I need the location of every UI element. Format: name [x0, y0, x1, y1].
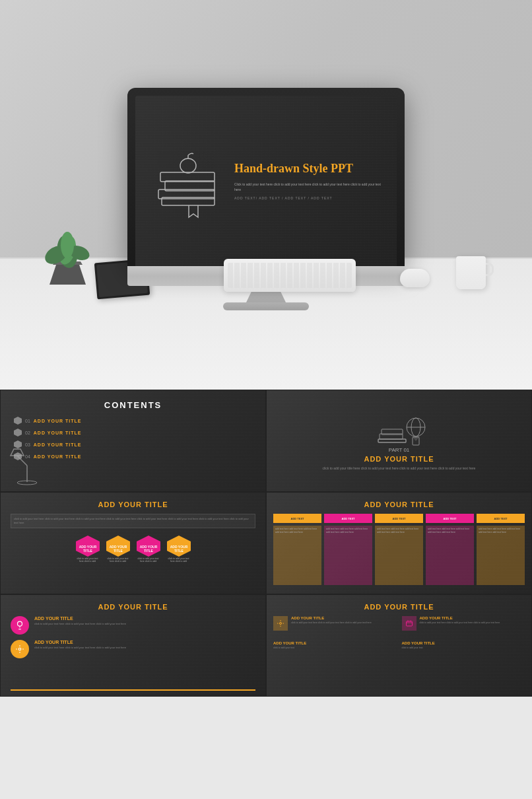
part-icon [376, 411, 422, 444]
icon-title-1: ADD YOUR TITLE [34, 616, 255, 621]
hex-body-text: click to add your text here click to add… [11, 514, 255, 528]
imac-screen-border: Hand-drawn Style PPT Click to add your t… [127, 88, 405, 266]
slide-subtitle: Click to add your text here click to add… [234, 182, 383, 192]
part-desc: click to add your title here click to ad… [323, 466, 476, 471]
contents-item-4: 04 ADD YOUR TITLE [14, 452, 252, 460]
hex-item-4: ADD YOUR TITLE click to add your text he… [166, 535, 191, 563]
icon-title-2: ADD YOUR TITLE [34, 640, 255, 644]
slide-thumb-icons-right: ADD YOUR TITLE ADD YOUR TITLE click to a… [266, 594, 532, 697]
grid-item-title-3: ADD YOUR TITLE [273, 641, 306, 645]
imac-stand-base [223, 302, 309, 310]
slide-add-text: ADD TEXT/ ADD TEXT / ADD TEXT / ADD TEXT [234, 196, 383, 200]
col-header-5: ADD TEXT [477, 514, 525, 523]
hex-item-1: ADD YOUR TITLE click to add your text he… [75, 535, 100, 563]
hex-sublabel-1: click to add your text here click to add [75, 557, 100, 563]
grid-item-2: ADD YOUR TITLE click to add your text he… [402, 616, 525, 631]
contents-title: CONTENTS [14, 400, 252, 410]
icon-text-1: ADD YOUR TITLE click to add your text he… [34, 616, 255, 626]
hexagons-row: ADD YOUR TITLE click to add your text he… [11, 535, 255, 563]
keyboard-decoration [224, 259, 356, 292]
icon-desc-2: click to add your text here click to add… [34, 646, 255, 650]
grid-item-text-2: ADD YOUR TITLE click to add your text he… [420, 616, 500, 625]
grid-icon-yellow-1 [273, 616, 288, 631]
col-header-1: ADD TEXT [273, 514, 321, 523]
contents-label-1: ADD YOUR TITLE [34, 419, 82, 423]
grid-item-desc-1: click to add your text here click to add… [291, 621, 372, 625]
contents-item-1: 01 ADD YOUR TITLE [14, 417, 252, 425]
svg-text:TITLE: TITLE [114, 549, 123, 553]
svg-marker-34 [137, 536, 160, 557]
svg-marker-37 [167, 536, 191, 557]
col-content-5: add text here add text here add text her… [477, 526, 525, 585]
contents-item-3: 03 ADD YOUR TITLE [14, 440, 252, 448]
hero-section: Hand-drawn Style PPT Click to add your t… [0, 0, 532, 390]
svg-text:ADD YOUR: ADD YOUR [109, 545, 127, 549]
grid-item-desc-4: click to add your text [402, 646, 435, 650]
svg-marker-28 [76, 536, 100, 557]
yellow-line-decoration [11, 689, 255, 691]
svg-marker-31 [106, 536, 130, 557]
plant-decoration [40, 225, 96, 287]
icon-circle-yellow-1 [11, 640, 29, 658]
svg-marker-0 [50, 265, 86, 285]
icon-item-1: ADD YOUR TITLE click to add your text he… [11, 616, 255, 635]
section-title-icons-right: ADD YOUR TITLE [273, 603, 525, 611]
grid-item-text-3: ADD YOUR TITLE click to add your text [273, 641, 306, 650]
col-headers: ADD TEXT ADD TEXT ADD TEXT ADD TEXT ADD … [273, 514, 525, 523]
contents-num-1: 01 [25, 419, 30, 423]
svg-text:ADD YOUR: ADD YOUR [170, 545, 187, 549]
hex-item-2: ADD YOUR TITLE click to add your text he… [106, 535, 131, 563]
mug-handle [486, 263, 494, 276]
grid-item-desc-3: click to add your text [273, 646, 306, 650]
slide-thumb-columns: ADD YOUR TITLE ADD TEXT ADD TEXT ADD TEX… [266, 492, 532, 594]
svg-marker-13 [14, 417, 22, 425]
imac-screen: Hand-drawn Style PPT Click to add your t… [135, 96, 397, 266]
section-title-icons-left: ADD YOUR TITLE [11, 603, 255, 611]
slide-thumb-hexagons: ADD YOUR TITLE click to add your text he… [0, 492, 266, 594]
contents-item-2: 02 ADD YOUR TITLE [14, 429, 252, 436]
mouse-decoration [400, 269, 430, 287]
grid-2col: ADD YOUR TITLE click to add your text he… [273, 616, 525, 650]
section-title-hexagons: ADD YOUR TITLE [11, 501, 255, 508]
col-content-3: add text here add text here add text her… [375, 526, 423, 585]
part-title: ADD YOUR TITLE [364, 455, 434, 463]
icon-desc-1: click to add your text here click to add… [34, 622, 255, 626]
col-header-4: ADD TEXT [426, 514, 474, 523]
slide-thumb-contents: CONTENTS 01 ADD YOUR TITLE 02 ADD YOUR T… [0, 390, 266, 492]
svg-rect-22 [378, 439, 406, 442]
part-label: PART 01 [389, 447, 410, 453]
svg-point-40 [18, 621, 22, 626]
svg-text:ADD YOUR: ADD YOUR [79, 545, 96, 549]
svg-point-44 [280, 623, 282, 625]
hex-item-3: ADD YOUR TITLE click to add your text he… [136, 535, 161, 563]
grid-icon-pink-1 [402, 616, 416, 631]
section-title-columns: ADD YOUR TITLE [273, 501, 525, 508]
icon-text-2: ADD YOUR TITLE click to add your text he… [34, 640, 255, 650]
grid-item-text-4: ADD YOUR TITLE click to add your text [402, 641, 435, 650]
grid-item-4: ADD YOUR TITLE click to add your text [402, 641, 525, 650]
slide-text-area: Hand-drawn Style PPT Click to add your t… [228, 162, 383, 200]
slide-thumb-part01: PART 01 ADD YOUR TITLE click to add your… [266, 390, 532, 492]
grid-item-title-1: ADD YOUR TITLE [291, 616, 372, 620]
svg-text:TITLE: TITLE [174, 549, 184, 553]
lamp-sketch [7, 446, 47, 488]
svg-marker-14 [14, 429, 22, 436]
slides-grid: CONTENTS 01 ADD YOUR TITLE 02 ADD YOUR T… [0, 390, 532, 697]
svg-rect-10 [160, 172, 215, 182]
svg-rect-45 [406, 621, 412, 626]
col-content-4: add text here add text here add text her… [426, 526, 474, 585]
contents-label-2: ADD YOUR TITLE [34, 431, 82, 435]
svg-point-6 [61, 232, 74, 258]
hero-slide: Hand-drawn Style PPT Click to add your t… [135, 96, 397, 266]
slide-thumb-icons-left: ADD YOUR TITLE ADD YOUR TITLE click to a… [0, 594, 266, 697]
grid-item-desc-2: click to add your text here click to add… [420, 621, 500, 625]
hex-sublabel-4: click to add your text here click to add [166, 557, 191, 563]
col-header-3: ADD TEXT [375, 514, 423, 523]
svg-text:ADD YOUR: ADD YOUR [139, 545, 157, 549]
books-sketch [149, 138, 228, 224]
svg-point-11 [180, 158, 196, 173]
grid-item-text-1: ADD YOUR TITLE click to add your text he… [291, 616, 372, 625]
svg-text:TITLE: TITLE [144, 549, 154, 553]
col-content-2: add text here add text here add text her… [324, 526, 372, 585]
svg-marker-27 [413, 437, 419, 441]
